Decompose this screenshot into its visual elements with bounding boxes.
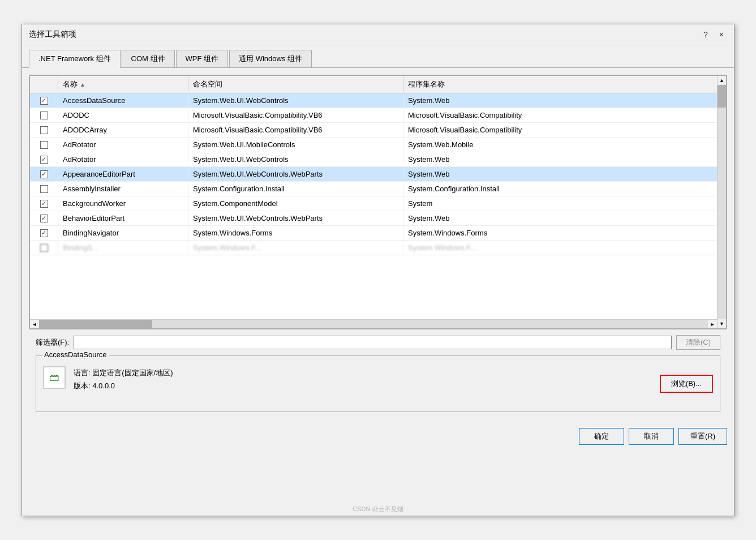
checkbox[interactable]: ✓: [40, 229, 48, 237]
tab-dotnet[interactable]: .NET Framework 组件: [29, 50, 121, 68]
checkbox[interactable]: [40, 141, 48, 149]
row-namespace: Microsoft.VisualBasic.Compatibility.VB6: [188, 123, 403, 137]
row-name: BackgroundWorker: [58, 196, 188, 211]
vertical-scrollbar[interactable]: ▲ ▼: [717, 76, 726, 328]
cancel-button[interactable]: 取消: [629, 428, 674, 445]
row-assembly: System.Web: [403, 93, 717, 108]
row-namespace: System.Web.UI.WebControls.WebParts: [188, 211, 403, 225]
row-assembly: System.Windows.Forms: [403, 226, 717, 240]
row-name: ADODCArray: [58, 123, 188, 137]
row-name: ADODC: [58, 108, 188, 122]
checkbox[interactable]: [40, 126, 48, 134]
hscroll-right-btn[interactable]: ►: [708, 320, 717, 328]
clear-button[interactable]: 清除(C): [676, 335, 720, 350]
row-name: BindingS...: [58, 241, 188, 255]
row-assembly: System.Web: [403, 211, 717, 225]
table-row[interactable]: ADODC Microsoft.VisualBasic.Compatibilit…: [30, 108, 717, 123]
browse-btn-area: 浏览(B)...: [660, 375, 713, 393]
table-row[interactable]: BindingS... System.Windows.F... System.W…: [30, 241, 717, 255]
row-namespace: System.Web.UI.WebControls.WebParts: [188, 167, 403, 181]
row-name: AccessDataSource: [58, 93, 188, 108]
row-check[interactable]: [30, 138, 58, 152]
components-table[interactable]: 名称 ▲ 命名空间 程序集名称 ✓ AccessDataSource: [29, 75, 727, 329]
help-button[interactable]: ?: [700, 29, 711, 40]
content-area: 名称 ▲ 命名空间 程序集名称 ✓ AccessDataSource: [22, 68, 734, 419]
info-content: 🗃 语言: 固定语言(固定国家/地区) 版本: 4.0.0.0: [43, 366, 713, 393]
row-namespace: System.Windows.Forms: [188, 226, 403, 240]
checkbox[interactable]: [40, 185, 48, 193]
browse-button[interactable]: 浏览(B)...: [660, 375, 713, 393]
table-row[interactable]: ADODCArray Microsoft.VisualBasic.Compati…: [30, 123, 717, 138]
checkbox[interactable]: ✓: [40, 97, 48, 105]
table-row[interactable]: ✓ AppearanceEditorPart System.Web.UI.Web…: [30, 167, 717, 182]
row-namespace: System.Web.UI.MobileControls: [188, 138, 403, 152]
row-assembly: System: [403, 196, 717, 211]
scroll-down-btn[interactable]: ▼: [718, 319, 726, 328]
language-info: 语言: 固定语言(固定国家/地区): [74, 366, 173, 379]
row-namespace: System.Web.UI.WebControls: [188, 152, 403, 166]
row-check[interactable]: ✓: [30, 226, 58, 240]
row-assembly: System.Web: [403, 152, 717, 166]
close-button[interactable]: ×: [716, 29, 727, 40]
col-name[interactable]: 名称 ▲: [58, 76, 188, 93]
row-name: AssemblyInstaller: [58, 182, 188, 196]
sort-arrow-icon: ▲: [80, 82, 85, 88]
row-assembly: System.Configuration.Install: [403, 182, 717, 196]
checkbox[interactable]: [40, 112, 48, 119]
row-check[interactable]: ✓: [30, 196, 58, 211]
tab-com[interactable]: COM 组件: [122, 50, 175, 67]
table-row[interactable]: AssemblyInstaller System.Configuration.I…: [30, 182, 717, 196]
info-title: AccessDataSource: [42, 350, 109, 359]
row-name: AppearanceEditorPart: [58, 167, 188, 181]
filter-label: 筛选器(F):: [36, 337, 69, 348]
title-bar: 选择工具箱项 ? ×: [22, 24, 734, 45]
ok-button[interactable]: 确定: [579, 428, 624, 445]
row-check[interactable]: ✓: [30, 93, 58, 108]
table-row[interactable]: ✓ AccessDataSource System.Web.UI.WebCont…: [30, 93, 717, 108]
info-details: 语言: 固定语言(固定国家/地区) 版本: 4.0.0.0: [74, 366, 173, 393]
row-namespace: System.Configuration.Install: [188, 182, 403, 196]
main-dialog: 选择工具箱项 ? × .NET Framework 组件 COM 组件 WPF …: [22, 24, 734, 516]
row-check[interactable]: ✓: [30, 211, 58, 225]
scroll-up-btn[interactable]: ▲: [718, 76, 726, 85]
hscroll-thumb[interactable]: [39, 320, 152, 328]
checkbox[interactable]: ✓: [40, 200, 48, 208]
table-body[interactable]: ✓ AccessDataSource System.Web.UI.WebCont…: [30, 93, 726, 328]
col-namespace: 命名空间: [188, 76, 403, 93]
bottom-buttons: 确定 取消 重置(R): [22, 419, 734, 452]
row-assembly: System.Web.Mobile: [403, 138, 717, 152]
tab-bar: .NET Framework 组件 COM 组件 WPF 组件 通用 Windo…: [22, 45, 734, 68]
table-row[interactable]: ✓ AdRotator System.Web.UI.WebControls Sy…: [30, 152, 717, 167]
table-row[interactable]: ✓ BindingNavigator System.Windows.Forms …: [30, 226, 717, 241]
col-check: [30, 76, 58, 93]
row-check[interactable]: ✓: [30, 167, 58, 181]
scroll-track[interactable]: [718, 85, 726, 319]
row-check[interactable]: ✓: [30, 152, 58, 166]
filter-row: 筛选器(F): 清除(C): [29, 329, 727, 355]
row-check[interactable]: [30, 241, 58, 255]
table-row[interactable]: AdRotator System.Web.UI.MobileControls S…: [30, 138, 717, 152]
scroll-thumb[interactable]: [718, 85, 726, 108]
version-info: 版本: 4.0.0.0: [74, 379, 173, 392]
table-row[interactable]: ✓ BackgroundWorker System.ComponentModel…: [30, 196, 717, 211]
info-section: AccessDataSource 🗃 语言: 固定语言(固定国家/地区) 版本:…: [36, 355, 720, 412]
table-row[interactable]: ✓ BehaviorEditorPart System.Web.UI.WebCo…: [30, 211, 717, 226]
tab-windows[interactable]: 通用 Windows 组件: [229, 50, 312, 67]
filter-input[interactable]: [74, 336, 672, 349]
checkbox[interactable]: ✓: [40, 215, 48, 222]
row-name: BehaviorEditorPart: [58, 211, 188, 225]
reset-button[interactable]: 重置(R): [678, 428, 727, 445]
checkbox[interactable]: [40, 244, 48, 252]
row-check[interactable]: [30, 182, 58, 196]
row-check[interactable]: [30, 108, 58, 122]
hscroll-left-btn[interactable]: ◄: [30, 320, 39, 328]
row-check[interactable]: [30, 123, 58, 137]
horizontal-scrollbar[interactable]: ◄ ►: [30, 319, 717, 328]
checkbox[interactable]: ✓: [40, 156, 48, 164]
tab-wpf[interactable]: WPF 组件: [176, 50, 229, 67]
checkbox[interactable]: ✓: [40, 170, 48, 178]
row-assembly: Microsoft.VisualBasic.Compatibility: [403, 108, 717, 122]
row-name: AdRotator: [58, 138, 188, 152]
hscroll-track[interactable]: [39, 320, 708, 328]
watermark: CSDN @云不见烟: [353, 505, 403, 513]
